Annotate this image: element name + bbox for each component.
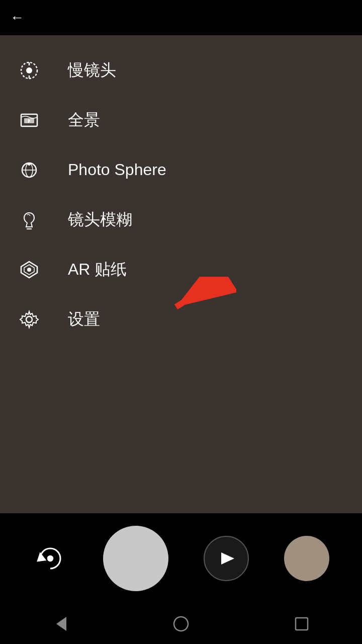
nav-back-button[interactable]	[45, 609, 75, 639]
svg-marker-20	[221, 552, 234, 565]
menu-item-lens-blur[interactable]: 镜头模糊	[0, 195, 362, 245]
svg-point-10	[28, 163, 31, 166]
svg-point-18	[48, 556, 53, 561]
menu-item-ar-sticker[interactable]: AR 贴纸	[0, 245, 362, 294]
panorama-icon	[15, 106, 43, 134]
slow-motion-icon	[15, 56, 43, 84]
svg-point-15	[27, 268, 31, 272]
settings-icon	[15, 305, 43, 333]
ar-sticker-icon	[15, 256, 43, 283]
back-button[interactable]: ←	[10, 10, 24, 26]
lens-blur-icon	[15, 206, 43, 233]
photo-sphere-icon	[15, 156, 43, 184]
thumbnail-button[interactable]	[284, 536, 329, 581]
panorama-label: 全景	[68, 109, 100, 131]
svg-point-1	[26, 67, 32, 73]
menu-item-photo-sphere[interactable]: Photo Sphere	[0, 145, 362, 195]
rotate-camera-button[interactable]	[33, 541, 68, 576]
svg-marker-21	[56, 617, 66, 631]
svg-marker-19	[38, 553, 45, 561]
slow-motion-label: 慢镜头	[68, 59, 116, 82]
photo-sphere-label: Photo Sphere	[68, 160, 166, 179]
ar-sticker-label: AR 贴纸	[68, 259, 127, 281]
menu-item-slow-motion[interactable]: 慢镜头	[0, 45, 362, 95]
settings-label: 设置	[68, 308, 100, 331]
video-button[interactable]	[204, 536, 249, 581]
lens-blur-label: 镜头模糊	[68, 209, 132, 231]
svg-point-22	[174, 617, 188, 631]
svg-rect-23	[296, 618, 308, 630]
nav-home-button[interactable]	[166, 609, 196, 639]
top-bar: ←	[0, 0, 362, 35]
menu-item-panorama[interactable]: 全景	[0, 95, 362, 145]
menu-item-settings[interactable]: 设置	[0, 294, 362, 344]
shutter-button[interactable]	[103, 526, 168, 591]
nav-bar	[0, 604, 362, 644]
menu-area: 慢镜头 全景 Photo Sphere	[0, 35, 362, 354]
nav-recents-button[interactable]	[287, 609, 317, 639]
svg-point-16	[26, 316, 32, 323]
bottom-camera-bar	[0, 513, 362, 604]
